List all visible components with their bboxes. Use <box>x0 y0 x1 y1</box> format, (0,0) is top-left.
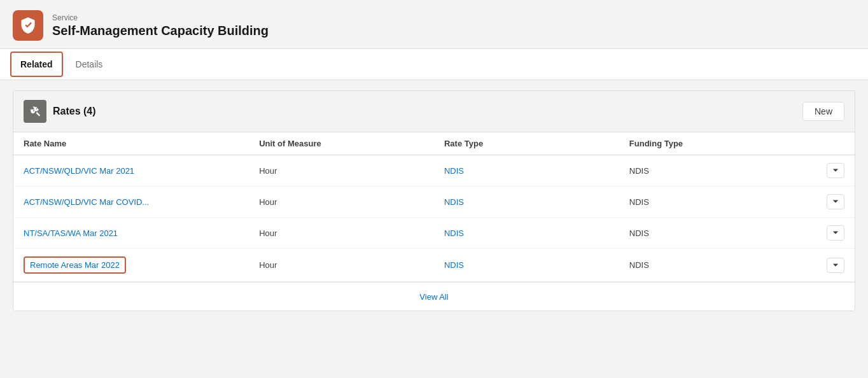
unit-cell: Hour <box>249 218 434 249</box>
table-row: ACT/NSW/QLD/VIC Mar COVID...HourNDISNDIS <box>13 186 855 218</box>
shield-icon <box>19 17 37 34</box>
rate-type-cell: NDIS <box>434 155 619 186</box>
table-row: NT/SA/TAS/WA Mar 2021HourNDISNDIS <box>13 218 855 249</box>
wrench-icon <box>29 105 41 118</box>
service-label: Service <box>52 13 269 22</box>
rate-type-cell: NDIS <box>434 218 619 249</box>
rate-type-link[interactable]: NDIS <box>444 228 464 238</box>
funding-type-value: NDIS <box>629 166 649 176</box>
new-button[interactable]: New <box>802 102 844 121</box>
rate-type-link[interactable]: NDIS <box>444 260 464 270</box>
chevron-down-icon <box>832 262 839 269</box>
rate-type-link[interactable]: NDIS <box>444 197 464 207</box>
tab-details[interactable]: Details <box>66 50 113 78</box>
row-actions-dropdown[interactable] <box>827 194 844 209</box>
funding-type-value: NDIS <box>629 197 649 207</box>
tab-related[interactable]: Related <box>10 52 63 77</box>
row-actions-dropdown[interactable] <box>827 225 844 241</box>
unit-cell: Hour <box>249 249 434 282</box>
funding-type-value: NDIS <box>629 260 649 270</box>
rate-type-cell: NDIS <box>434 249 619 282</box>
funding-type-cell: NDIS <box>619 155 855 186</box>
funding-type-cell: NDIS <box>619 186 855 218</box>
service-icon <box>13 10 43 41</box>
col-header-funding-type: Funding Type <box>619 132 855 155</box>
col-header-rate-type: Rate Type <box>434 132 619 155</box>
funding-type-cell: NDIS <box>619 249 855 282</box>
funding-type-value: NDIS <box>629 228 649 238</box>
row-actions-dropdown[interactable] <box>827 163 844 178</box>
chevron-down-icon <box>832 198 839 206</box>
main-content: Rates (4) New Rate Name Unit of Measure … <box>0 80 868 335</box>
col-header-rate-name: Rate Name <box>13 132 249 155</box>
rate-name-link[interactable]: ACT/NSW/QLD/VIC Mar COVID... <box>24 197 149 207</box>
chevron-down-icon <box>832 167 839 174</box>
rate-type-link[interactable]: NDIS <box>444 166 464 176</box>
row-actions-dropdown[interactable] <box>827 258 844 273</box>
chevron-down-icon <box>832 229 839 237</box>
col-header-unit: Unit of Measure <box>249 132 434 155</box>
service-title: Self-Management Capacity Building <box>52 24 269 38</box>
rates-card-header: Rates (4) New <box>13 91 855 132</box>
rates-card: Rates (4) New Rate Name Unit of Measure … <box>13 90 855 311</box>
rates-title: Rates (4) <box>53 106 96 117</box>
unit-cell: Hour <box>249 186 434 218</box>
table-row: Remote Areas Mar 2022HourNDISNDIS <box>13 249 855 282</box>
rate-name-link-highlighted[interactable]: Remote Areas Mar 2022 <box>24 256 126 274</box>
rate-name-link[interactable]: NT/SA/TAS/WA Mar 2021 <box>24 228 118 238</box>
view-all-link[interactable]: View All <box>419 292 448 302</box>
card-header-left: Rates (4) <box>24 100 96 123</box>
table-header-row: Rate Name Unit of Measure Rate Type Fund… <box>13 132 855 155</box>
unit-cell: Hour <box>249 155 434 186</box>
funding-type-cell: NDIS <box>619 218 855 249</box>
rates-table: Rate Name Unit of Measure Rate Type Fund… <box>13 132 855 282</box>
rate-type-cell: NDIS <box>434 186 619 218</box>
header-text: Service Self-Management Capacity Buildin… <box>52 13 269 38</box>
table-row: ACT/NSW/QLD/VIC Mar 2021HourNDISNDIS <box>13 155 855 186</box>
rates-icon <box>24 100 46 123</box>
rate-name-link[interactable]: ACT/NSW/QLD/VIC Mar 2021 <box>24 166 134 176</box>
tab-bar: Related Details <box>0 49 868 80</box>
view-all-row: View All <box>13 282 855 311</box>
page-header: Service Self-Management Capacity Buildin… <box>0 0 868 49</box>
